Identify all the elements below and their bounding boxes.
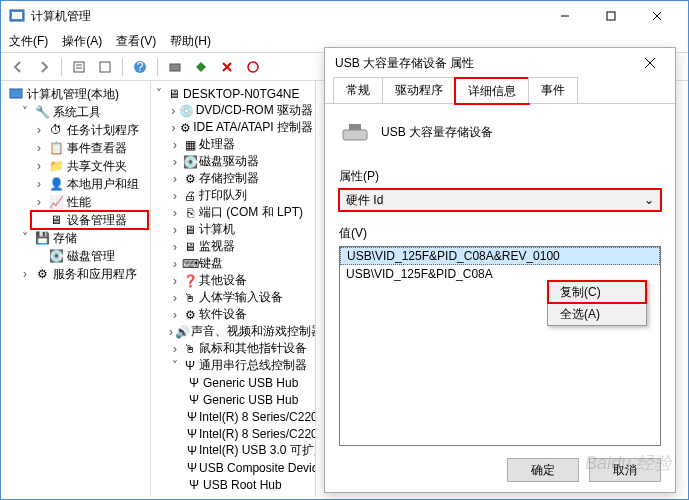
update-icon[interactable] (190, 56, 212, 78)
tabstrip: 常规 驱动程序 详细信息 事件 (325, 78, 675, 104)
context-menu: 复制(C) 全选(A) (547, 280, 647, 326)
back-button[interactable] (7, 56, 29, 78)
dev-usb-ctrl[interactable]: ˅Ψ通用串行总线控制器 (167, 357, 315, 374)
value-listbox[interactable]: USB\VID_125F&PID_C08A&REV_0100 USB\VID_1… (339, 246, 661, 446)
wrench-icon: 🔧 (34, 104, 50, 120)
mouse-icon: 🖱 (183, 342, 197, 356)
help-icon[interactable]: ? (129, 56, 151, 78)
svg-rect-19 (343, 130, 367, 140)
dev-root[interactable]: ˅🖥DESKTOP-N0TG4NE (151, 85, 315, 102)
svg-rect-12 (170, 64, 180, 71)
perf-icon: 📈 (48, 194, 64, 210)
menu-help[interactable]: 帮助(H) (170, 33, 211, 50)
usb-icon: Ψ (187, 376, 201, 390)
tree-system-tools[interactable]: ˅🔧系统工具 (17, 103, 148, 121)
forward-button[interactable] (33, 56, 55, 78)
tree-local-users[interactable]: ›👤本地用户和组 (31, 175, 148, 193)
svg-rect-16 (10, 89, 22, 98)
dev-usb-item[interactable]: ΨIntel(R) 8 Series/C220 (183, 425, 315, 442)
left-tree-panel: 计算机管理(本地) ˅🔧系统工具 ›⏱任务计划程序 ›📋事件查看器 ›📁共享文件… (1, 81, 151, 497)
ok-button[interactable]: 确定 (507, 458, 579, 482)
maximize-button[interactable] (588, 2, 634, 30)
hid-icon: 🖱 (183, 291, 197, 305)
dev-ide[interactable]: ›⚙IDE ATA/ATAPI 控制器 (167, 119, 315, 136)
tree-event-viewer[interactable]: ›📋事件查看器 (31, 139, 148, 157)
tree-performance[interactable]: ›📈性能 (31, 193, 148, 211)
dev-other[interactable]: ›❓其他设备 (167, 272, 315, 289)
folder-icon: 📁 (48, 158, 64, 174)
clock-icon: ⏱ (48, 122, 64, 138)
dev-software[interactable]: ›⚙软件设备 (167, 306, 315, 323)
cpu-icon: ▦ (183, 138, 197, 152)
tree-root-label: 计算机管理(本地) (27, 86, 119, 103)
tree-storage[interactable]: ˅💾存储 (17, 229, 148, 247)
dev-print[interactable]: ›🖨打印队列 (167, 187, 315, 204)
dialog-close-button[interactable] (635, 50, 665, 76)
app-icon (9, 8, 25, 24)
list-item[interactable]: USB\VID_125F&PID_C08A&REV_0100 (340, 247, 660, 265)
properties-icon[interactable] (68, 56, 90, 78)
services-icon: ⚙ (34, 266, 50, 282)
dev-audio[interactable]: ›🔊声音、视频和游戏控制器 (167, 323, 315, 340)
property-value: 硬件 Id (346, 192, 383, 209)
tree-root[interactable]: 计算机管理(本地) (3, 85, 148, 103)
dev-usb-item[interactable]: ΨUSB Root Hub (183, 476, 315, 493)
ctx-copy[interactable]: 复制(C) (548, 281, 646, 303)
usb-icon: Ψ (187, 478, 201, 492)
dev-monitor[interactable]: ›🖥监视器 (167, 238, 315, 255)
property-combo[interactable]: 硬件 Id ⌄ (339, 189, 661, 211)
scan-icon[interactable] (164, 56, 186, 78)
port-icon: ⎘ (183, 206, 197, 220)
dev-usb-item[interactable]: ΨUSB Root Hub (183, 493, 315, 497)
properties-dialog: USB 大容量存储设备 属性 常规 驱动程序 详细信息 事件 USB 大容量存储… (324, 47, 676, 493)
dev-keyboard[interactable]: ›⌨键盘 (167, 255, 315, 272)
dev-disk[interactable]: ›💽磁盘驱动器 (167, 153, 315, 170)
dev-usb-item[interactable]: ΨIntel(R) USB 3.0 可扩展 (183, 442, 315, 459)
tree-disk-mgmt[interactable]: 💽磁盘管理 (31, 247, 148, 265)
dev-computer[interactable]: ›🖥计算机 (167, 221, 315, 238)
dev-storage-ctrl[interactable]: ›⚙存储控制器 (167, 170, 315, 187)
tab-driver[interactable]: 驱动程序 (382, 77, 456, 103)
dev-usb-item[interactable]: ΨGeneric USB Hub (183, 391, 315, 408)
list-icon[interactable] (94, 56, 116, 78)
tree-services[interactable]: ›⚙服务和应用程序 (17, 265, 148, 283)
audio-icon: 🔊 (175, 325, 189, 339)
tree-device-manager[interactable]: 🖥设备管理器 (31, 211, 148, 229)
tab-details[interactable]: 详细信息 (455, 78, 529, 104)
dev-dvd[interactable]: ›💿DVD/CD-ROM 驱动器 (167, 102, 315, 119)
minimize-button[interactable] (542, 2, 588, 30)
dev-cpu[interactable]: ›▦处理器 (167, 136, 315, 153)
tree-task-scheduler[interactable]: ›⏱任务计划程序 (31, 121, 148, 139)
software-icon: ⚙ (183, 308, 197, 322)
tab-general[interactable]: 常规 (333, 77, 383, 103)
dev-usb-item[interactable]: ΨUSB Composite Device (183, 459, 315, 476)
ctx-select-all[interactable]: 全选(A) (548, 303, 646, 325)
disk-icon: 💽 (183, 155, 197, 169)
tree-shared-folders[interactable]: ›📁共享文件夹 (31, 157, 148, 175)
value-label: 值(V) (339, 225, 661, 242)
usb-icon: Ψ (187, 495, 201, 498)
dev-ports[interactable]: ›⎘端口 (COM 和 LPT) (167, 204, 315, 221)
dev-hid[interactable]: ›🖱人体学输入设备 (167, 289, 315, 306)
dev-mouse[interactable]: ›🖱鼠标和其他指针设备 (167, 340, 315, 357)
svg-rect-1 (12, 12, 22, 19)
usb-device-icon (339, 116, 371, 148)
uninstall-icon[interactable] (216, 56, 238, 78)
storage-icon: 💾 (34, 230, 50, 246)
dialog-titlebar: USB 大容量存储设备 属性 (325, 48, 675, 78)
svg-rect-9 (100, 62, 110, 72)
computer-icon: 🖥 (167, 87, 181, 101)
other-icon: ❓ (183, 274, 197, 288)
usb-icon: Ψ (187, 427, 197, 441)
menu-action[interactable]: 操作(A) (62, 33, 102, 50)
menu-view[interactable]: 查看(V) (116, 33, 156, 50)
menu-file[interactable]: 文件(F) (9, 33, 48, 50)
tab-events[interactable]: 事件 (528, 77, 578, 103)
cd-icon: 💿 (180, 104, 194, 118)
dev-usb-item[interactable]: ΨGeneric USB Hub (183, 374, 315, 391)
disk-icon: 💽 (48, 248, 64, 264)
close-button[interactable] (634, 2, 680, 30)
usb-icon: Ψ (187, 410, 197, 424)
dev-usb-item[interactable]: ΨIntel(R) 8 Series/C220 (183, 408, 315, 425)
refresh-icon[interactable] (242, 56, 264, 78)
